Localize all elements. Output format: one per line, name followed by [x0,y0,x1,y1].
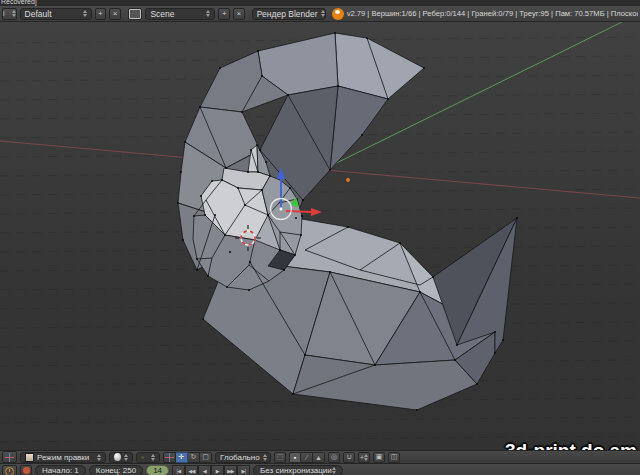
snap-magnet-button[interactable]: ∪ [343,452,355,463]
render-anim-icon: ◫ [391,453,398,461]
manipulator-x-axis [286,211,312,212]
current-frame-field[interactable]: 14 [146,465,169,475]
close-scene-button[interactable]: × [233,8,245,20]
mesh-vertex [196,269,198,271]
mesh-vertex [269,175,271,177]
mesh-vertex [241,111,243,113]
mesh-vertex [502,339,504,341]
mode-value: Режим правки [37,453,89,462]
manipulator-pointer-toggle[interactable] [163,452,176,463]
mesh-vertex [300,234,302,236]
add-scene-button[interactable]: + [218,8,230,20]
vertex-icon: ▪ [294,454,296,461]
playback-button[interactable]: ◀◀ [185,465,198,475]
mesh-vertex [423,67,425,69]
opengl-render-anim-button[interactable]: ◫ [388,452,400,463]
chevron-updown-icon [124,454,128,461]
frame-start-field[interactable]: Начало: 1 [35,465,86,475]
chevron-updown-icon [12,10,16,17]
face-icon: ▲ [315,454,322,461]
orientation-dropdown[interactable]: Глобально [215,452,271,463]
face-select-toggle[interactable]: ▲ [313,452,325,463]
mode-dropdown[interactable]: Режим правки [20,452,106,463]
mesh-vertex [204,214,206,216]
sync-dropdown[interactable]: Без синхронизации [253,465,343,475]
mesh-vertex [257,171,259,173]
mesh-vertex [295,217,297,219]
scene-dropdown[interactable]: Scene [145,8,215,20]
close-icon: × [237,9,242,18]
playback-button[interactable]: ▶▶ [224,465,237,475]
shading-sphere-icon [114,453,121,461]
mesh-vertex [202,318,204,320]
timeline-editor-button[interactable] [2,465,17,475]
proportional-icon: ◎ [331,453,337,461]
rotate-manipulator-toggle[interactable]: ↻ [188,452,200,463]
edge-select-toggle[interactable]: ∕ [301,452,313,463]
mesh-vertex [193,215,195,217]
mesh-vertex [294,254,296,256]
manipulator-toggles: ✛ ↻ ▢ [163,452,212,463]
grid-line [0,208,640,214]
mesh-vertex [259,149,261,151]
vertex-select-toggle[interactable]: ▪ [289,452,301,463]
mesh-vertex [292,393,294,395]
editor-type-button-3d[interactable] [2,451,17,463]
screen-layout-value: Default [25,9,52,19]
object-origin-dot [346,178,351,183]
limit-selection-button[interactable]: ⬚ [274,452,286,463]
viewport-canvas[interactable] [0,22,640,450]
viewport-3d[interactable] [0,22,640,450]
viewport-shading-dropdown[interactable] [109,452,133,463]
info-header: i Default + × Scene + × Рендер Blender v… [0,6,640,22]
mesh-vertex [244,204,246,206]
rotate-icon: ↻ [191,453,197,461]
opengl-render-button[interactable]: ▣ [373,452,385,463]
translate-manipulator-toggle[interactable]: ✛ [176,452,188,463]
edge-icon: ∕ [306,454,307,461]
mesh-vertex [225,167,227,169]
mesh-vertex [257,50,259,52]
frame-start-value: Начало: 1 [42,466,79,475]
mesh-vertex [456,344,458,346]
render-image-icon: ▣ [376,453,383,461]
view3d-header: Режим правки ◦ ✛ ↻ ▢ Глобально ⬚ ▪ ∕ ▲ ◎… [0,450,640,463]
mesh-vertex [261,75,263,77]
mesh-vertex [211,180,213,182]
sync-value: Без синхронизации [260,466,332,475]
scene-browse-button[interactable] [128,8,143,20]
mesh-vertex [221,179,223,181]
playback-button[interactable]: ◀ [198,465,211,475]
scale-manipulator-toggle[interactable]: ▢ [200,452,212,463]
mesh-vertex [248,289,250,291]
mesh-vertex [200,195,202,197]
playback-button[interactable]: ▶| [237,465,250,475]
mesh-vertex [237,187,239,189]
mesh-vertex [229,251,231,253]
mesh-vertex [301,215,303,217]
auto-keyframe-button[interactable] [20,465,32,475]
manipulator-x-arrow [311,208,322,216]
chevron-updown-icon [97,454,101,461]
playback-button[interactable]: |◀ [172,465,185,475]
mesh-vertex [454,359,456,361]
close-layout-button[interactable]: × [109,8,121,20]
add-layout-button[interactable]: + [95,8,107,20]
scene-value: Scene [150,9,174,19]
mesh-vertex [261,189,263,191]
pivot-dropdown[interactable]: ◦ [136,452,160,463]
frame-end-field[interactable]: Конец: 250 [89,465,143,475]
selected-vertex-dot [280,208,283,211]
screen-layout-dropdown[interactable]: Default [20,8,92,20]
proportional-edit-dropdown[interactable]: ◎ [328,452,340,463]
playback-button[interactable]: ▶ [211,465,224,475]
snap-element-dropdown[interactable]: + [358,452,370,463]
editor-type-button[interactable]: i [2,8,17,20]
render-engine-dropdown[interactable]: Рендер Blender [252,8,326,20]
blender-logo-icon [332,8,344,20]
chevron-updown-icon [206,10,210,17]
render-engine-value: Рендер Blender [257,9,318,19]
close-icon: × [113,9,118,18]
mesh-vertex [287,94,289,96]
mesh-vertex [419,291,421,293]
